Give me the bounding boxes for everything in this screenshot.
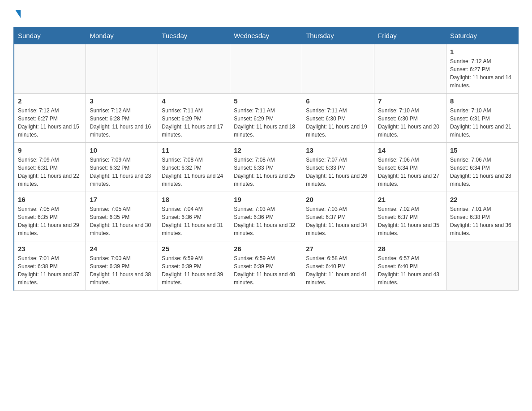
day-cell: 26Sunrise: 6:59 AM Sunset: 6:39 PM Dayli… bbox=[230, 241, 302, 291]
day-info: Sunrise: 7:11 AM Sunset: 6:29 PM Dayligh… bbox=[162, 107, 226, 139]
day-number: 20 bbox=[306, 196, 370, 203]
day-number: 27 bbox=[306, 245, 370, 253]
day-number: 28 bbox=[378, 245, 442, 253]
day-info: Sunrise: 6:59 AM Sunset: 6:39 PM Dayligh… bbox=[234, 254, 298, 287]
day-cell: 1Sunrise: 7:12 AM Sunset: 6:27 PM Daylig… bbox=[446, 44, 519, 94]
day-info: Sunrise: 7:06 AM Sunset: 6:34 PM Dayligh… bbox=[450, 156, 515, 188]
day-cell: 18Sunrise: 7:04 AM Sunset: 6:36 PM Dayli… bbox=[158, 192, 230, 241]
day-cell: 3Sunrise: 7:12 AM Sunset: 6:28 PM Daylig… bbox=[86, 94, 158, 143]
day-info: Sunrise: 7:03 AM Sunset: 6:36 PM Dayligh… bbox=[234, 205, 298, 237]
week-row-3: 9Sunrise: 7:09 AM Sunset: 6:31 PM Daylig… bbox=[14, 143, 519, 192]
day-number: 9 bbox=[18, 146, 82, 154]
day-number: 25 bbox=[162, 245, 226, 253]
day-number: 12 bbox=[234, 146, 298, 154]
calendar-table: SundayMondayTuesdayWednesdayThursdayFrid… bbox=[13, 27, 519, 291]
day-cell: 6Sunrise: 7:11 AM Sunset: 6:30 PM Daylig… bbox=[302, 94, 374, 143]
day-info: Sunrise: 7:05 AM Sunset: 6:35 PM Dayligh… bbox=[18, 205, 82, 237]
day-number: 10 bbox=[90, 146, 154, 154]
week-row-1: 1Sunrise: 7:12 AM Sunset: 6:27 PM Daylig… bbox=[14, 44, 519, 94]
weekday-header-saturday: Saturday bbox=[446, 27, 519, 44]
day-cell bbox=[230, 44, 302, 94]
day-number: 16 bbox=[18, 196, 82, 203]
day-info: Sunrise: 7:12 AM Sunset: 6:28 PM Dayligh… bbox=[90, 107, 154, 139]
day-number: 26 bbox=[234, 245, 298, 253]
day-info: Sunrise: 6:58 AM Sunset: 6:40 PM Dayligh… bbox=[306, 254, 370, 287]
day-info: Sunrise: 7:12 AM Sunset: 6:27 PM Dayligh… bbox=[450, 57, 515, 90]
day-cell: 14Sunrise: 7:06 AM Sunset: 6:34 PM Dayli… bbox=[374, 143, 446, 192]
day-info: Sunrise: 7:11 AM Sunset: 6:30 PM Dayligh… bbox=[306, 107, 370, 139]
day-number: 7 bbox=[378, 97, 442, 105]
week-row-2: 2Sunrise: 7:12 AM Sunset: 6:27 PM Daylig… bbox=[14, 94, 519, 143]
weekday-header-tuesday: Tuesday bbox=[158, 27, 230, 44]
day-info: Sunrise: 7:06 AM Sunset: 6:34 PM Dayligh… bbox=[378, 156, 442, 188]
day-cell: 7Sunrise: 7:10 AM Sunset: 6:30 PM Daylig… bbox=[374, 94, 446, 143]
day-cell: 24Sunrise: 7:00 AM Sunset: 6:39 PM Dayli… bbox=[86, 241, 158, 291]
day-info: Sunrise: 7:09 AM Sunset: 6:31 PM Dayligh… bbox=[18, 156, 82, 188]
day-cell: 16Sunrise: 7:05 AM Sunset: 6:35 PM Dayli… bbox=[14, 192, 86, 241]
day-cell: 20Sunrise: 7:03 AM Sunset: 6:37 PM Dayli… bbox=[302, 192, 374, 241]
day-number: 18 bbox=[162, 196, 226, 203]
day-cell bbox=[446, 241, 519, 291]
day-number: 22 bbox=[450, 196, 515, 203]
day-cell bbox=[86, 44, 158, 94]
weekday-header-monday: Monday bbox=[86, 27, 158, 44]
day-info: Sunrise: 7:10 AM Sunset: 6:30 PM Dayligh… bbox=[378, 107, 442, 139]
day-info: Sunrise: 6:59 AM Sunset: 6:39 PM Dayligh… bbox=[162, 254, 226, 287]
day-cell: 15Sunrise: 7:06 AM Sunset: 6:34 PM Dayli… bbox=[446, 143, 519, 192]
day-number: 23 bbox=[18, 245, 82, 253]
day-number: 5 bbox=[234, 97, 298, 105]
day-cell: 27Sunrise: 6:58 AM Sunset: 6:40 PM Dayli… bbox=[302, 241, 374, 291]
day-cell bbox=[14, 44, 86, 94]
day-number: 3 bbox=[90, 97, 154, 105]
day-info: Sunrise: 7:07 AM Sunset: 6:33 PM Dayligh… bbox=[306, 156, 370, 188]
day-cell bbox=[374, 44, 446, 94]
day-cell: 13Sunrise: 7:07 AM Sunset: 6:33 PM Dayli… bbox=[302, 143, 374, 192]
day-number: 14 bbox=[378, 146, 442, 154]
day-info: Sunrise: 7:02 AM Sunset: 6:37 PM Dayligh… bbox=[378, 205, 442, 237]
day-info: Sunrise: 7:05 AM Sunset: 6:35 PM Dayligh… bbox=[90, 205, 154, 237]
day-number: 24 bbox=[90, 245, 154, 253]
day-cell: 10Sunrise: 7:09 AM Sunset: 6:32 PM Dayli… bbox=[86, 143, 158, 192]
day-info: Sunrise: 7:04 AM Sunset: 6:36 PM Dayligh… bbox=[162, 205, 226, 237]
weekday-header-friday: Friday bbox=[374, 27, 446, 44]
weekday-header-wednesday: Wednesday bbox=[230, 27, 302, 44]
day-cell: 9Sunrise: 7:09 AM Sunset: 6:31 PM Daylig… bbox=[14, 143, 86, 192]
day-number: 21 bbox=[378, 196, 442, 203]
page-header bbox=[13, 9, 519, 18]
day-info: Sunrise: 7:11 AM Sunset: 6:29 PM Dayligh… bbox=[234, 107, 298, 139]
day-number: 8 bbox=[450, 97, 515, 105]
day-number: 19 bbox=[234, 196, 298, 203]
weekday-header-row: SundayMondayTuesdayWednesdayThursdayFrid… bbox=[14, 27, 519, 44]
logo-arrow-icon bbox=[15, 10, 21, 18]
week-row-5: 23Sunrise: 7:01 AM Sunset: 6:38 PM Dayli… bbox=[14, 241, 519, 291]
logo bbox=[13, 9, 21, 18]
day-info: Sunrise: 7:01 AM Sunset: 6:38 PM Dayligh… bbox=[18, 254, 82, 287]
weekday-header-thursday: Thursday bbox=[302, 27, 374, 44]
day-number: 13 bbox=[306, 146, 370, 154]
day-cell: 19Sunrise: 7:03 AM Sunset: 6:36 PM Dayli… bbox=[230, 192, 302, 241]
day-info: Sunrise: 7:09 AM Sunset: 6:32 PM Dayligh… bbox=[90, 156, 154, 188]
day-number: 17 bbox=[90, 196, 154, 203]
day-number: 6 bbox=[306, 97, 370, 105]
day-info: Sunrise: 7:01 AM Sunset: 6:38 PM Dayligh… bbox=[450, 205, 515, 237]
day-number: 1 bbox=[450, 48, 515, 56]
day-info: Sunrise: 6:57 AM Sunset: 6:40 PM Dayligh… bbox=[378, 254, 442, 287]
day-info: Sunrise: 7:10 AM Sunset: 6:31 PM Dayligh… bbox=[450, 107, 515, 139]
day-cell: 12Sunrise: 7:08 AM Sunset: 6:33 PM Dayli… bbox=[230, 143, 302, 192]
day-cell: 4Sunrise: 7:11 AM Sunset: 6:29 PM Daylig… bbox=[158, 94, 230, 143]
day-cell: 5Sunrise: 7:11 AM Sunset: 6:29 PM Daylig… bbox=[230, 94, 302, 143]
day-info: Sunrise: 7:03 AM Sunset: 6:37 PM Dayligh… bbox=[306, 205, 370, 237]
day-cell: 2Sunrise: 7:12 AM Sunset: 6:27 PM Daylig… bbox=[14, 94, 86, 143]
weekday-header-sunday: Sunday bbox=[14, 27, 86, 44]
day-cell: 28Sunrise: 6:57 AM Sunset: 6:40 PM Dayli… bbox=[374, 241, 446, 291]
day-cell: 17Sunrise: 7:05 AM Sunset: 6:35 PM Dayli… bbox=[86, 192, 158, 241]
day-cell: 23Sunrise: 7:01 AM Sunset: 6:38 PM Dayli… bbox=[14, 241, 86, 291]
day-info: Sunrise: 7:12 AM Sunset: 6:27 PM Dayligh… bbox=[18, 107, 82, 139]
day-number: 11 bbox=[162, 146, 226, 154]
day-number: 15 bbox=[450, 146, 515, 154]
day-number: 4 bbox=[162, 97, 226, 105]
day-cell bbox=[302, 44, 374, 94]
day-cell bbox=[158, 44, 230, 94]
day-info: Sunrise: 7:08 AM Sunset: 6:32 PM Dayligh… bbox=[162, 156, 226, 188]
week-row-4: 16Sunrise: 7:05 AM Sunset: 6:35 PM Dayli… bbox=[14, 192, 519, 241]
